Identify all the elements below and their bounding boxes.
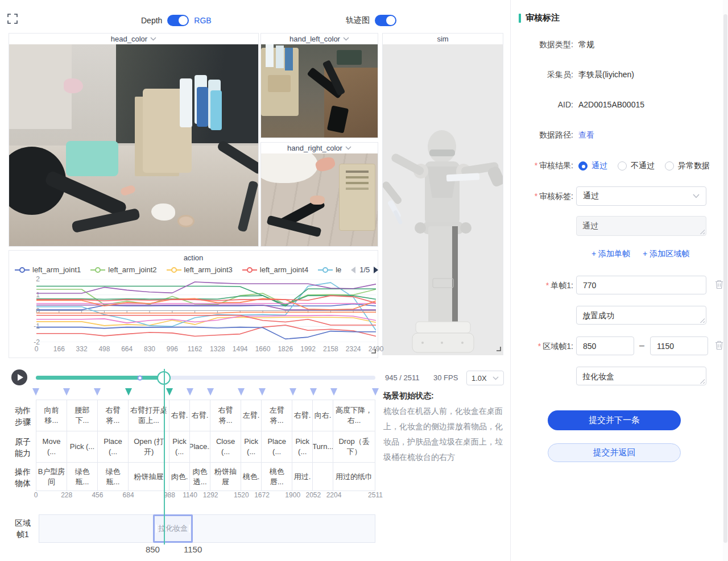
step-cell[interactable]: 左臂. — [241, 400, 262, 431]
step-cell[interactable]: 腰部下... — [67, 400, 98, 431]
step-cell[interactable]: 右臂将... — [210, 400, 241, 431]
review-result-radio-group: 通过不通过异常数据 — [578, 161, 720, 171]
single-frame-input[interactable]: 770 — [576, 276, 706, 294]
trajectory-switch[interactable] — [375, 15, 396, 26]
single-frame-dot[interactable] — [138, 375, 143, 380]
x-axis-labels: 0166332498664830996116213281494166018261… — [36, 345, 376, 354]
required-marker: * — [535, 161, 537, 170]
timeline-marker[interactable] — [259, 388, 266, 396]
add-region-frame-link[interactable]: + 添加区域帧 — [643, 249, 689, 259]
submit-next-button[interactable]: 提交并下一条 — [548, 410, 681, 430]
step-cell[interactable]: Place (... — [262, 431, 292, 462]
speed-select[interactable]: 1.0X — [466, 371, 504, 385]
depth-rgb-switch[interactable] — [167, 15, 189, 26]
timeline-marker[interactable] — [166, 388, 173, 396]
legend-next-icon[interactable] — [374, 267, 378, 273]
legend-item[interactable]: left_arm_joint4 — [242, 265, 308, 274]
step-cell[interactable]: Drop（丢下） — [333, 431, 375, 462]
hand-left-camera-header[interactable]: hand_left_color — [261, 34, 378, 44]
frame-axis-label: 684 — [123, 491, 134, 499]
chevron-down-icon — [343, 37, 349, 41]
step-cell[interactable]: 肉色. — [169, 463, 190, 491]
table-row: Move (...Pick (...Place (...Open (打开)Pic… — [36, 431, 375, 463]
scrollbar-thumb[interactable] — [723, 14, 727, 543]
delete-single-frame-icon[interactable] — [715, 280, 723, 292]
chart-line — [36, 312, 376, 313]
step-cell[interactable]: 桃色唇... — [262, 463, 292, 491]
step-cell[interactable]: Place.. — [190, 431, 210, 462]
step-cell[interactable]: 右臂. — [190, 400, 210, 431]
head-camera-header[interactable]: head_color — [9, 34, 258, 44]
radio-option-不通过[interactable]: 不通过 — [618, 161, 655, 171]
step-cell[interactable]: 用过的纸巾 — [333, 463, 375, 491]
timeline-marker[interactable] — [372, 388, 379, 396]
speed-value: 1.0X — [471, 374, 487, 383]
step-cell[interactable]: 高度下降，右... — [333, 400, 375, 431]
step-cell[interactable]: 绿色瓶... — [67, 463, 98, 491]
step-cell[interactable]: 左臂将... — [262, 400, 292, 431]
step-cell[interactable]: 右臂. — [169, 400, 190, 431]
step-cell[interactable]: 粉饼抽屉 — [210, 463, 241, 491]
step-cell[interactable]: Place (... — [98, 431, 129, 462]
timeline-marker[interactable] — [187, 388, 193, 396]
step-cell[interactable]: Turn... — [313, 431, 333, 462]
step-cell[interactable]: Pick (... — [241, 431, 262, 462]
timeline-marker[interactable] — [238, 388, 245, 396]
radio-option-通过[interactable]: 通过 — [578, 161, 607, 171]
single-frame-note-text: 放置成功 — [582, 311, 614, 320]
legend-item[interactable]: left_arm_joint2 — [90, 265, 156, 274]
resize-corner-icon[interactable] — [370, 346, 376, 356]
region-frame-track[interactable]: 拉化妆盒 — [39, 514, 375, 543]
playback-slider[interactable] — [36, 376, 375, 380]
required-marker: * — [538, 342, 541, 351]
step-cell[interactable]: 右臂将... — [98, 400, 129, 431]
resize-corner-icon[interactable] — [495, 343, 501, 354]
step-cell[interactable]: 用过. — [292, 463, 313, 491]
step-cell[interactable]: 绿色瓶... — [98, 463, 129, 491]
chart-legend: left_arm_joint1left_arm_joint2left_arm_j… — [15, 265, 373, 274]
submit-back-button[interactable]: 提交并返回 — [548, 443, 681, 462]
region-start-input[interactable]: 850 — [576, 336, 634, 355]
radio-option-异常数据[interactable]: 异常数据 — [665, 161, 710, 171]
head-camera-image — [9, 44, 258, 246]
step-cell[interactable]: 桃色. — [241, 463, 262, 491]
step-cell[interactable]: 向前移... — [36, 400, 67, 431]
region-frame-box[interactable]: 拉化妆盒 — [153, 514, 193, 543]
step-cell[interactable]: 肉色透... — [190, 463, 210, 491]
step-cell[interactable]: 向右. — [313, 400, 333, 431]
step-cell[interactable]: Pick (... — [292, 431, 313, 462]
region-end-input[interactable]: 1150 — [650, 336, 708, 355]
scrollbar[interactable] — [723, 0, 728, 561]
playhead-line[interactable] — [164, 369, 165, 545]
radio-icon — [665, 161, 674, 171]
timeline-marker[interactable] — [32, 388, 39, 396]
single-frame-note-textarea[interactable]: 放置成功 — [576, 306, 706, 325]
delete-region-frame-icon[interactable] — [715, 340, 723, 352]
timeline-marker[interactable] — [310, 388, 317, 396]
step-cell[interactable]: Pick (... — [169, 431, 190, 462]
review-tag-select[interactable]: 通过 — [576, 186, 706, 206]
hand-right-camera-header[interactable]: hand_right_color — [261, 143, 378, 153]
step-cell[interactable]: 右臂. — [292, 400, 313, 431]
timeline-marker[interactable] — [63, 388, 70, 396]
data-path-view-link[interactable]: 查看 — [578, 130, 594, 140]
step-cell[interactable] — [313, 463, 333, 491]
legend-item[interactable]: le — [318, 265, 341, 274]
timeline-marker[interactable] — [94, 388, 101, 396]
timeline-marker[interactable] — [289, 388, 296, 396]
timeline-marker[interactable] — [207, 388, 214, 396]
legend-item[interactable]: left_arm_joint1 — [15, 265, 81, 274]
region-note-textarea[interactable]: 拉化妆盒 — [576, 367, 706, 385]
legend-prev-icon[interactable] — [351, 267, 355, 273]
step-cell[interactable]: Move (... — [36, 431, 67, 462]
review-tag-note-textarea[interactable]: 通过 — [576, 216, 706, 236]
step-cell[interactable]: Pick (... — [67, 431, 98, 462]
timeline-marker[interactable] — [125, 388, 132, 396]
timeline-marker[interactable] — [330, 388, 337, 396]
legend-item[interactable]: left_arm_joint3 — [167, 265, 233, 274]
play-button[interactable] — [11, 369, 27, 385]
step-cell[interactable]: Close (... — [210, 431, 241, 462]
add-single-frame-link[interactable]: + 添加单帧 — [592, 249, 630, 259]
fullscreen-icon[interactable] — [7, 14, 18, 24]
step-cell[interactable]: B户型房间 — [36, 463, 67, 491]
